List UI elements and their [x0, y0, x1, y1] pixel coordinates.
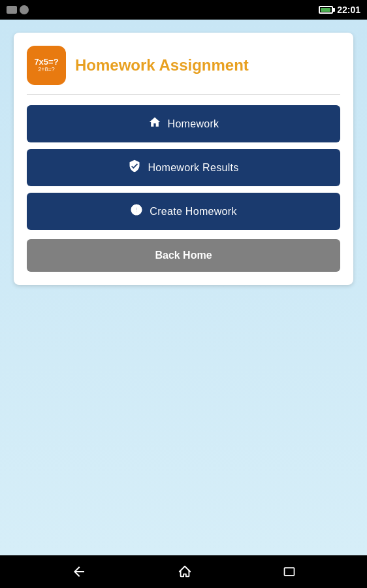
battery-fill — [321, 8, 330, 12]
main-card: 7x5=? 2+8=? Homework Assignment Homework — [14, 33, 353, 285]
app-title: Homework Assignment — [75, 56, 249, 74]
create-homework-button-label: Create Homework — [150, 206, 236, 218]
back-home-button[interactable]: Back Home — [27, 239, 340, 272]
status-icons-left — [7, 5, 29, 14]
create-homework-icon — [130, 203, 143, 220]
app-icon-text-bottom: 2+8=? — [38, 67, 55, 73]
card-header: 7x5=? 2+8=? Homework Assignment — [27, 46, 340, 95]
notification-icon-2 — [20, 5, 29, 14]
homework-results-button[interactable]: Homework Results — [27, 149, 340, 186]
main-area: 7x5=? 2+8=? Homework Assignment Homework — [0, 20, 367, 555]
app-icon-text-top: 7x5=? — [34, 57, 58, 67]
home-nav-icon — [178, 564, 192, 579]
status-icons-right: 22:01 — [319, 5, 360, 15]
homework-results-button-label: Homework Results — [148, 162, 238, 174]
homework-icon — [148, 116, 161, 132]
back-nav-icon — [71, 564, 87, 580]
status-time: 22:01 — [337, 5, 360, 15]
recents-nav-icon — [283, 565, 296, 578]
nav-home-button[interactable] — [165, 559, 205, 584]
menu-buttons: Homework Homework Results — [27, 105, 340, 230]
back-home-button-label: Back Home — [155, 250, 212, 261]
homework-results-icon — [128, 159, 141, 176]
app-icon: 7x5=? 2+8=? — [27, 46, 66, 85]
nav-recents-button[interactable] — [270, 560, 309, 583]
nav-bar — [0, 555, 367, 588]
nav-back-button[interactable] — [58, 559, 100, 585]
svg-rect-0 — [284, 568, 294, 576]
homework-button[interactable]: Homework — [27, 105, 340, 142]
homework-button-label: Homework — [168, 118, 219, 130]
status-bar: 22:01 — [0, 0, 367, 20]
notification-icon-1 — [7, 6, 17, 14]
create-homework-button[interactable]: Create Homework — [27, 193, 340, 230]
battery-icon — [319, 6, 333, 14]
